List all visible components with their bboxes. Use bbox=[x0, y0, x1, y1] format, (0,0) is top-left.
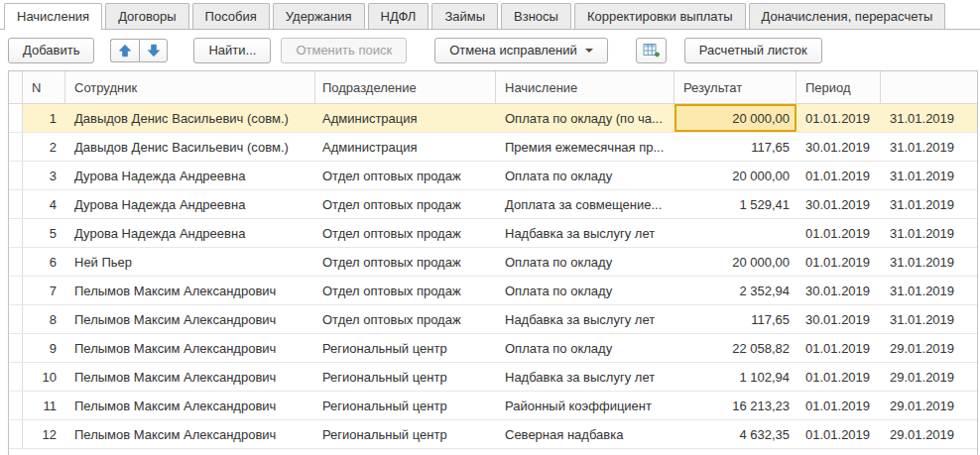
cell-employee[interactable]: Давыдов Денис Васильевич (совм.) bbox=[65, 104, 315, 132]
cell-employee[interactable]: Пелымов Максим Александрович bbox=[65, 363, 315, 391]
cell-department[interactable]: Отдел оптовых продаж bbox=[315, 162, 496, 189]
table-row[interactable]: 12 Пелымов Максим Александрович Регионал… bbox=[9, 420, 977, 449]
cell-employee[interactable]: Пелымов Максим Александрович bbox=[65, 392, 315, 419]
cell-department[interactable]: Администрация bbox=[315, 133, 496, 161]
cell-result[interactable]: 4 632,35 bbox=[674, 420, 796, 448]
tab-item[interactable]: Пособия bbox=[192, 3, 270, 29]
cell-period-end[interactable]: 31.01.2019 bbox=[881, 219, 977, 247]
table-row[interactable]: 11 Пелымов Максим Александрович Регионал… bbox=[9, 392, 977, 420]
header-n[interactable]: N bbox=[23, 71, 65, 103]
cell-n[interactable]: 4 bbox=[23, 190, 65, 218]
payslip-button[interactable]: Расчетный листок bbox=[684, 38, 822, 63]
cell-result[interactable]: 20 000,00 bbox=[674, 162, 796, 189]
cell-accrual[interactable]: Доплата за совмещение... bbox=[496, 190, 674, 218]
cell-n[interactable]: 3 bbox=[23, 162, 65, 189]
cell-result[interactable]: 2 352,94 bbox=[674, 277, 796, 304]
cell-period-end[interactable]: 31.01.2019 bbox=[881, 190, 977, 218]
cell-accrual[interactable]: Оплата по окладу bbox=[496, 334, 674, 362]
cell-result[interactable]: 20 000,00 bbox=[674, 104, 796, 132]
header-result[interactable]: Результат bbox=[674, 71, 796, 103]
cell-period-start[interactable]: 01.01.2019 bbox=[796, 334, 881, 362]
cell-period-end[interactable]: 31.01.2019 bbox=[881, 133, 977, 161]
cell-employee[interactable]: Пелымов Максим Александрович bbox=[65, 277, 315, 304]
cell-accrual[interactable]: Оплата по окладу bbox=[496, 277, 674, 304]
move-up-button[interactable] bbox=[110, 39, 139, 62]
cell-accrual[interactable]: Надбавка за выслугу лет bbox=[496, 305, 674, 333]
table-row[interactable]: 9 Пелымов Максим Александрович Региональ… bbox=[9, 334, 977, 363]
cell-period-end[interactable]: 31.01.2019 bbox=[881, 104, 977, 132]
cell-period-end[interactable]: 29.01.2019 bbox=[881, 334, 977, 362]
cell-period-start[interactable]: 01.01.2019 bbox=[796, 219, 881, 247]
table-row[interactable]: 8 Пелымов Максим Александрович Отдел опт… bbox=[9, 305, 977, 334]
cell-employee[interactable]: Дурова Надежда Андреевна bbox=[65, 162, 315, 189]
tab-item[interactable]: Договоры bbox=[105, 3, 188, 29]
cell-department[interactable]: Отдел оптовых продаж bbox=[315, 219, 496, 247]
table-row[interactable]: 5 Дурова Надежда Андреевна Отдел оптовых… bbox=[9, 219, 977, 248]
cell-period-start[interactable]: 01.01.2019 bbox=[796, 420, 881, 448]
cell-period-end[interactable]: 29.01.2019 bbox=[881, 392, 977, 419]
cell-period-end[interactable]: 31.01.2019 bbox=[881, 248, 977, 276]
cell-accrual[interactable]: Премия ежемесячная пр... bbox=[496, 133, 674, 161]
tab-item[interactable]: Корректировки выплаты bbox=[574, 3, 746, 29]
cell-employee[interactable]: Дурова Надежда Андреевна bbox=[65, 190, 315, 218]
find-button[interactable]: Найти... bbox=[193, 38, 271, 63]
cell-accrual[interactable]: Районный коэффициент bbox=[496, 392, 674, 419]
cell-period-start[interactable]: 01.01.2019 bbox=[796, 392, 881, 419]
cell-n[interactable]: 6 bbox=[23, 248, 65, 276]
tab-item[interactable]: Удержания bbox=[273, 3, 365, 29]
cell-department[interactable]: Отдел оптовых продаж bbox=[315, 277, 496, 304]
cell-department[interactable]: Отдел оптовых продаж bbox=[315, 190, 496, 218]
cell-n[interactable]: 2 bbox=[23, 133, 65, 161]
cell-n[interactable]: 7 bbox=[23, 277, 65, 304]
cell-period-end[interactable]: 29.01.2019 bbox=[881, 420, 977, 448]
cell-result[interactable]: 22 058,82 bbox=[674, 334, 796, 362]
cell-result[interactable]: 117,65 bbox=[674, 133, 796, 161]
cell-employee[interactable]: Пелымов Максим Александрович bbox=[65, 305, 315, 333]
cell-period-end[interactable]: 29.01.2019 bbox=[881, 363, 977, 391]
cell-period-start[interactable]: 01.01.2019 bbox=[796, 248, 881, 276]
cell-employee[interactable]: Ней Пьер bbox=[65, 248, 315, 276]
cell-n[interactable]: 9 bbox=[23, 334, 65, 362]
cell-period-start[interactable]: 30.01.2019 bbox=[796, 305, 881, 333]
table-row[interactable]: 7 Пелымов Максим Александрович Отдел опт… bbox=[9, 277, 977, 305]
cell-n[interactable]: 11 bbox=[23, 392, 65, 419]
cell-n[interactable]: 5 bbox=[23, 219, 65, 247]
header-period[interactable]: Период bbox=[796, 71, 881, 103]
tab-active[interactable]: Начисления bbox=[4, 3, 102, 30]
cell-n[interactable]: 8 bbox=[23, 305, 65, 333]
move-down-button[interactable] bbox=[139, 39, 168, 62]
cell-result[interactable]: 1 529,41 bbox=[674, 190, 796, 218]
header-department[interactable]: Подразделение bbox=[315, 71, 496, 103]
cell-period-start[interactable]: 01.01.2019 bbox=[796, 104, 881, 132]
cell-accrual[interactable]: Надбавка за выслугу лет bbox=[496, 363, 674, 391]
cell-result[interactable]: 20 000,00 bbox=[674, 248, 796, 276]
header-employee[interactable]: Сотрудник bbox=[65, 71, 315, 103]
pick-columns-button[interactable] bbox=[636, 38, 667, 63]
cell-department[interactable]: Региональный центр bbox=[315, 334, 496, 362]
cell-n[interactable]: 1 bbox=[23, 104, 65, 132]
header-period-end[interactable] bbox=[881, 71, 977, 103]
cell-result[interactable] bbox=[674, 219, 796, 247]
cell-period-start[interactable]: 30.01.2019 bbox=[796, 133, 881, 161]
cell-period-end[interactable]: 31.01.2019 bbox=[881, 277, 977, 304]
cell-department[interactable]: Отдел оптовых продаж bbox=[315, 305, 496, 333]
table-row[interactable]: 4 Дурова Надежда Андреевна Отдел оптовых… bbox=[9, 190, 977, 219]
cell-result[interactable]: 1 102,94 bbox=[674, 363, 796, 391]
cell-n[interactable]: 10 bbox=[23, 363, 65, 391]
cell-accrual[interactable]: Оплата по окладу (по ча... bbox=[496, 104, 674, 132]
cell-department[interactable]: Региональный центр bbox=[315, 420, 496, 448]
cell-department[interactable]: Региональный центр bbox=[315, 363, 496, 391]
cell-department[interactable]: Отдел оптовых продаж bbox=[315, 248, 496, 276]
table-row[interactable]: 1 Давыдов Денис Васильевич (совм.) Админ… bbox=[9, 104, 977, 133]
header-accrual[interactable]: Начисление bbox=[496, 71, 674, 103]
cell-department[interactable]: Администрация bbox=[315, 104, 496, 132]
cell-period-end[interactable]: 31.01.2019 bbox=[881, 305, 977, 333]
cell-result[interactable]: 117,65 bbox=[674, 305, 796, 333]
cell-n[interactable]: 12 bbox=[23, 420, 65, 448]
cancel-corrections-dropdown[interactable]: Отмена исправлений bbox=[434, 38, 608, 63]
cancel-search-button[interactable]: Отменить поиск bbox=[281, 38, 407, 63]
cell-employee[interactable]: Дурова Надежда Андреевна bbox=[65, 219, 315, 247]
table-row[interactable]: 3 Дурова Надежда Андреевна Отдел оптовых… bbox=[9, 162, 977, 190]
cell-employee[interactable]: Давыдов Денис Васильевич (совм.) bbox=[65, 133, 315, 161]
cell-result[interactable]: 16 213,23 bbox=[674, 392, 796, 419]
